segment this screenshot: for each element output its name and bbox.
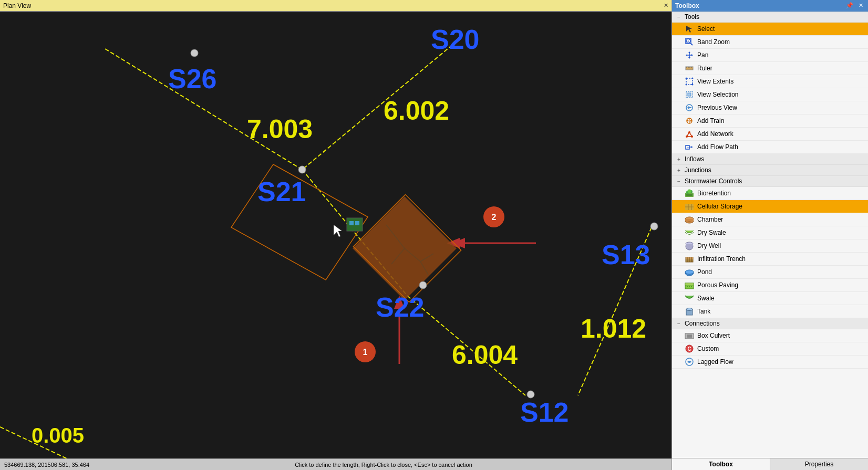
junctions-expand-icon: + [675,166,683,174]
svg-point-77 [691,135,693,138]
tools-section-label: Tools [685,13,699,20]
toolbox-item-select[interactable]: Select [672,23,868,36]
svg-point-108 [689,286,690,287]
svg-point-63 [686,84,687,86]
toolbox-item-pond[interactable]: Pond [672,266,868,279]
tools-section-header[interactable]: − Tools [672,12,868,23]
toolbox-pin-button[interactable]: 📌 [844,2,855,9]
svg-marker-54 [691,54,693,56]
svg-text:1.012: 1.012 [581,314,646,343]
svg-rect-106 [685,283,694,285]
svg-rect-41 [349,221,354,225]
toolbox-item-view-extents[interactable]: View Extents [672,75,868,88]
add-flow-path-icon: + [685,142,694,152]
toolbox-tabs: Toolbox Properties [672,458,868,470]
lagged-flow-label: Lagged Flow [697,358,733,365]
svg-text:S21: S21 [257,176,306,207]
toolbox-item-band-zoom[interactable]: + Band Zoom [672,36,868,49]
dry-well-icon [685,241,694,250]
pan-icon [685,50,694,60]
chamber-icon [685,215,694,224]
toolbox-item-previous-view[interactable]: Previous View [672,101,868,114]
infiltration-trench-label: Infiltration Trench [697,255,746,263]
add-network-label: Add Network [697,130,733,138]
toolbox-tab-properties[interactable]: Properties [770,458,868,470]
toolbox-item-lagged-flow[interactable]: Lagged Flow [672,356,868,369]
toolbox-item-ruler[interactable]: Ruler [672,62,868,75]
svg-point-109 [691,286,692,287]
previous-view-label: Previous View [697,104,737,111]
toolbox-title: Toolbox [675,2,699,9]
inflows-section-header[interactable]: + Inflows [672,154,868,165]
svg-rect-97 [686,244,693,246]
toolbox-item-add-network[interactable]: Add Network [672,128,868,141]
dry-swale-label: Dry Swale [697,229,726,236]
toolbox-item-bioretention[interactable]: Bioretention [672,187,868,200]
tank-icon [685,307,694,316]
toolbox-item-porous-paving[interactable]: Porous Paving [672,279,868,292]
toolbox-tab-toolbox[interactable]: Toolbox [672,458,770,470]
toolbox-item-tank[interactable]: Tank [672,305,868,318]
connections-section-header[interactable]: − Connections [672,318,868,329]
svg-text:S13: S13 [602,239,650,270]
custom-label: Custom [697,345,719,352]
lagged-flow-icon [685,357,694,367]
box-culvert-icon [685,331,694,340]
toolbox-title-bar: Toolbox 📌 ✕ [672,0,868,12]
svg-point-61 [686,78,687,79]
toolbox-item-dry-well[interactable]: Dry Well [672,239,868,253]
svg-marker-44 [686,26,692,33]
bioretention-icon [685,189,694,198]
svg-rect-66 [688,93,691,96]
inflows-expand-icon: + [675,155,683,163]
ruler-icon [685,64,694,73]
bioretention-label: Bioretention [697,190,731,197]
svg-rect-0 [0,17,671,464]
pond-icon [685,267,694,277]
svg-text:S26: S26 [168,64,217,94]
plan-view-canvas[interactable]: S26 S20 S21 S22 S13 S12 7.003 6.002 6.00… [0,12,671,470]
toolbox-item-chamber[interactable]: Chamber [672,213,868,226]
svg-text:2: 2 [492,213,497,222]
plan-view-close-button[interactable]: ✕ [664,2,668,9]
custom-icon: C [685,344,694,353]
svg-rect-60 [686,78,693,85]
tank-label: Tank [697,308,710,315]
status-message: Click to define the length, Right-Click … [100,462,667,468]
view-extents-icon [685,77,694,86]
toolbox-panel: Toolbox 📌 ✕ − Tools Select + Band Zoom [671,0,868,470]
chamber-label: Chamber [697,216,723,223]
dry-swale-icon [685,228,694,237]
swale-icon [685,294,694,303]
status-bar: 534669.138, 201506.581, 35.464 Click to … [0,458,671,470]
toolbox-item-view-selection[interactable]: View Selection [672,88,868,101]
stormwater-controls-section-header[interactable]: − Stormwater Controls [672,176,868,187]
svg-point-62 [692,78,694,79]
toolbox-item-box-culvert[interactable]: Box Culvert [672,329,868,342]
stormwater-controls-section-label: Stormwater Controls [685,177,742,185]
svg-rect-113 [687,335,692,338]
toolbox-item-add-flow-path[interactable]: + Add Flow Path [672,141,868,154]
toolbox-item-add-train[interactable]: Add Train [672,114,868,128]
toolbox-item-swale[interactable]: Swale [672,292,868,305]
toolbox-item-pan[interactable]: Pan [672,49,868,62]
toolbox-close-button[interactable]: ✕ [857,2,865,9]
svg-text:6.002: 6.002 [384,96,449,126]
toolbox-item-custom[interactable]: C Custom [672,342,868,356]
toolbox-item-infiltration-trench[interactable]: Infiltration Trench [672,253,868,266]
cellular-storage-label: Cellular Storage [697,203,742,210]
svg-text:0.005: 0.005 [32,424,84,447]
svg-point-78 [688,131,690,133]
toolbox-item-dry-swale[interactable]: Dry Swale [672,226,868,239]
add-train-label: Add Train [697,117,724,124]
toolbox-item-cellular-storage[interactable]: Cellular Storage [672,200,868,213]
junctions-section-header[interactable]: + Junctions [672,165,868,176]
dry-well-label: Dry Well [697,242,721,249]
svg-marker-52 [688,57,690,59]
svg-marker-68 [687,106,691,110]
svg-marker-53 [686,54,687,56]
box-culvert-label: Box Culvert [697,332,730,339]
svg-point-70 [687,120,689,122]
plan-view-title: Plan View [3,2,31,9]
inflows-section-label: Inflows [685,155,704,163]
